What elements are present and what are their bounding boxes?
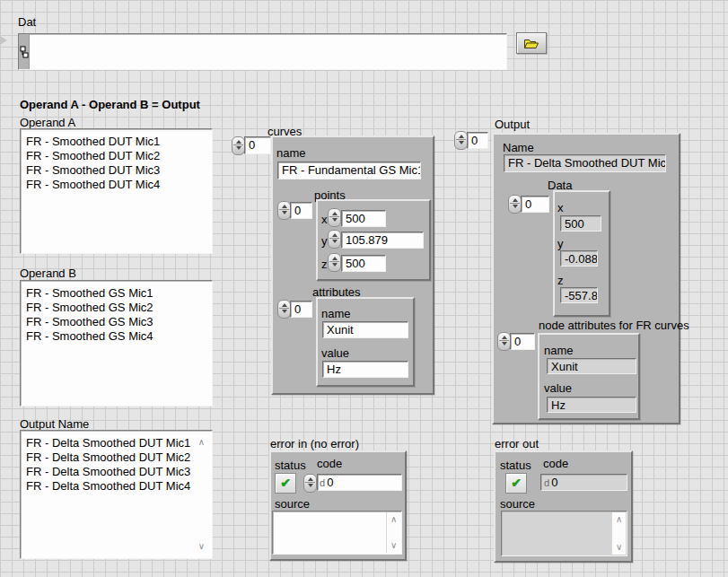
scroll-down-icon[interactable]: ∨	[616, 543, 622, 552]
error-in-code-spinner[interactable]	[303, 474, 317, 493]
radix-indicator: d	[544, 477, 549, 488]
output-name-field-label: Name	[503, 141, 534, 154]
output-label: Output	[495, 118, 530, 131]
point-x-label: x	[321, 213, 328, 226]
error-out-code-label: code	[543, 457, 568, 470]
path-type-strip	[19, 34, 30, 69]
scroll-up-icon[interactable]: ∧	[198, 438, 205, 447]
error-in-source-label: source	[275, 497, 310, 511]
node-attribute-value-label: value	[544, 381, 572, 395]
output-name-field: FR - Delta Smoothed DUT Mic1	[504, 154, 666, 172]
attributes-index-field[interactable]: 0	[290, 301, 312, 318]
output-name-listbox[interactable]: FR - Delta Smoothed DUT Mic1 FR - Delta …	[20, 430, 213, 559]
error-in-code-value: 0	[327, 476, 333, 489]
file-path-input[interactable]	[18, 33, 507, 70]
attributes-index-spinner[interactable]	[277, 300, 291, 319]
operand-a-label: Operand A	[20, 116, 75, 129]
node-attributes-index-field[interactable]: 0	[510, 333, 535, 350]
list-item[interactable]: FR - Smoothed GS Mic1	[21, 286, 212, 301]
list-item[interactable]: FR - Smoothed DUT Mic3	[21, 163, 212, 178]
data-y-field: -0.08823	[560, 250, 598, 267]
scroll-up-icon[interactable]: ∧	[390, 515, 397, 524]
data-x-label: x	[557, 201, 564, 214]
section-title: Operand A - Operand B = Output	[20, 98, 200, 111]
labview-front-panel: Dat Operand A - Operand B = Output Opera…	[0, 0, 728, 577]
point-x-field[interactable]: 500	[341, 210, 386, 227]
point-y-label: y	[321, 234, 328, 248]
error-in-code-field[interactable]: d0	[317, 474, 402, 491]
list-item[interactable]: FR - Smoothed GS Mic4	[21, 329, 212, 344]
point-y-spinner[interactable]	[328, 230, 341, 249]
list-item[interactable]: FR - Smoothed DUT Mic1	[21, 135, 212, 149]
output-name-label: Output Name	[20, 417, 89, 431]
point-z-field[interactable]: 500	[341, 255, 386, 272]
error-out-source-scrollbar[interactable]: ∧ ∨	[611, 512, 626, 555]
output-index-spinner[interactable]	[454, 131, 468, 150]
scroll-down-icon[interactable]: ∨	[390, 541, 397, 550]
list-item[interactable]: FR - Delta Smoothed DUT Mic2	[21, 450, 212, 465]
list-item[interactable]: FR - Smoothed GS Mic3	[21, 315, 212, 329]
data-x-field: 500	[560, 215, 601, 232]
data-index-spinner[interactable]	[508, 195, 522, 214]
curves-index-field[interactable]: 0	[244, 136, 271, 154]
points-index-spinner[interactable]	[277, 201, 291, 220]
operand-b-listbox[interactable]: FR - Smoothed GS Mic1 FR - Smoothed GS M…	[20, 280, 213, 407]
node-attribute-name-field: Xunit	[547, 358, 636, 374]
error-in-status-check-icon[interactable]: ✔	[275, 473, 296, 494]
error-out-code-value: 0	[551, 476, 557, 489]
data-index-field[interactable]: 0	[521, 196, 549, 213]
list-item[interactable]: FR - Smoothed DUT Mic2	[21, 149, 212, 163]
curve-name-field[interactable]: FR - Fundamental GS Mic1	[277, 162, 421, 179]
path-symbol-icon	[20, 46, 29, 58]
data-z-label: z	[557, 274, 564, 287]
operand-b-label: Operand B	[20, 267, 76, 280]
error-in-code-label: code	[317, 457, 342, 470]
folder-open-icon	[523, 38, 539, 49]
scroll-down-icon[interactable]: ∨	[198, 542, 205, 551]
attribute-name-label: name	[321, 307, 351, 320]
error-out-source-label: source	[500, 497, 535, 511]
list-item[interactable]: FR - Smoothed DUT Mic4	[21, 178, 212, 192]
error-in-label: error in (no error)	[270, 437, 359, 450]
attribute-value-label: value	[321, 346, 349, 360]
data-y-label: y	[557, 237, 564, 250]
node-attribute-name-label: name	[544, 344, 574, 357]
point-z-spinner[interactable]	[328, 253, 341, 272]
error-out-status-check-icon: ✔	[505, 473, 527, 494]
error-out-code-field: d0	[540, 474, 627, 491]
list-item[interactable]: FR - Delta Smoothed DUT Mic1	[21, 436, 212, 450]
curve-name-label: name	[276, 146, 306, 160]
node-attribute-value-field: Hz	[547, 397, 636, 413]
panel-edge-arrow-icon	[0, 36, 7, 45]
curves-index-spinner[interactable]	[232, 136, 245, 155]
error-out-source-field: ∧ ∨	[501, 511, 627, 556]
error-out-label: error out	[495, 437, 539, 450]
error-in-status-label: status	[275, 459, 306, 472]
error-in-source-scrollbar[interactable]: ∧ ∨	[386, 512, 400, 553]
scroll-up-icon[interactable]: ∧	[616, 515, 622, 524]
error-out-status-label: status	[500, 459, 531, 472]
list-item[interactable]: FR - Smoothed GS Mic2	[21, 301, 212, 315]
radix-indicator: d	[320, 477, 325, 488]
data-z-field: -557.857	[560, 287, 598, 303]
list-item[interactable]: FR - Delta Smoothed DUT Mic4	[21, 479, 212, 494]
path-control-label: Dat	[18, 15, 36, 29]
error-in-source-field[interactable]: ∧ ∨	[272, 511, 402, 555]
attribute-name-field[interactable]: Xunit	[322, 321, 408, 338]
point-y-field[interactable]: 105.879	[341, 232, 424, 249]
output-index-field[interactable]: 0	[467, 132, 488, 149]
point-z-label: z	[321, 258, 328, 271]
node-attributes-label: node attributes for FR curves	[539, 319, 689, 332]
attribute-value-field[interactable]: Hz	[322, 361, 408, 378]
points-index-field[interactable]: 0	[290, 202, 312, 219]
node-attributes-index-spinner[interactable]	[497, 332, 511, 351]
point-x-spinner[interactable]	[328, 208, 341, 227]
operand-a-listbox[interactable]: FR - Smoothed DUT Mic1 FR - Smoothed DUT…	[20, 128, 213, 254]
list-item[interactable]: FR - Delta Smoothed DUT Mic3	[21, 465, 212, 479]
browse-button[interactable]	[516, 32, 547, 54]
